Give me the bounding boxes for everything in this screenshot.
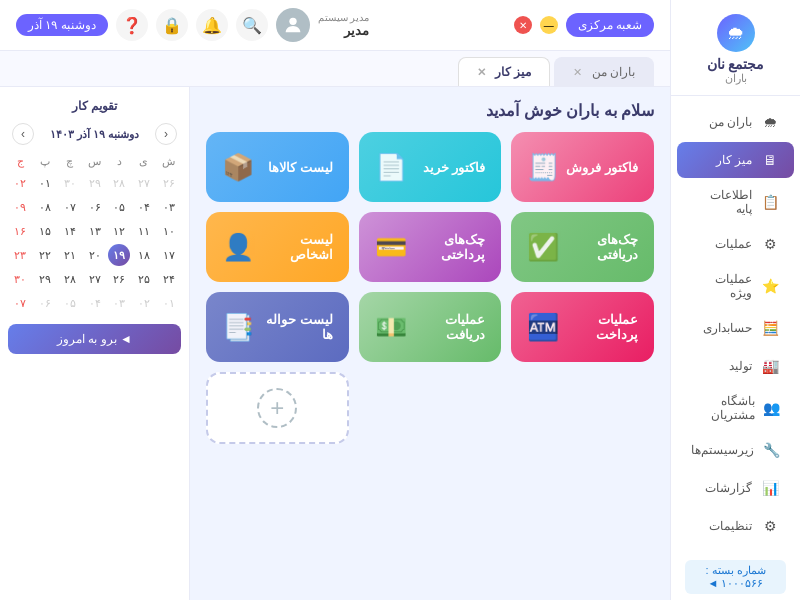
cal-day[interactable]: ۲۰ (84, 244, 106, 266)
sidebar-label-base: اطلاعات پایه (691, 188, 752, 216)
card-persons-list[interactable]: لیست اشخاص 👤 (206, 212, 349, 282)
cal-day[interactable]: ۲۲ (34, 244, 56, 266)
sidebar-label-accounting: حسابداری (703, 321, 752, 335)
cal-day[interactable]: ۱۴ (59, 220, 81, 242)
cal-day[interactable]: ۰۳ (108, 292, 130, 314)
card-payment-checks[interactable]: چک‌های پرداختی 💳 (359, 212, 502, 282)
sidebar-item-production[interactable]: 🏭 تولید (677, 348, 794, 384)
cal-next-button[interactable]: ‹ (155, 123, 177, 145)
cal-day[interactable]: ۰۵ (59, 292, 81, 314)
sidebar-label-subsystem: زیرسیستم‌ها (691, 443, 754, 457)
close-button[interactable]: ✕ (514, 16, 532, 34)
help-button[interactable]: ❓ (116, 9, 148, 41)
cal-day[interactable]: ۰۲ (133, 292, 155, 314)
cal-day[interactable]: ۳۰ (9, 268, 31, 290)
cal-day[interactable]: ۱۳ (84, 220, 106, 242)
sidebar-item-desk[interactable]: 🖥 میز کار (677, 142, 794, 178)
cal-day[interactable]: ۰۱ (34, 172, 56, 194)
sidebar-label-baran: باران من (709, 115, 752, 129)
card-receipt-ops[interactable]: عملیات دریافت 💵 (359, 292, 502, 362)
cal-header-ch: چ (57, 155, 82, 168)
cal-day[interactable]: ۰۴ (84, 292, 106, 314)
calendar-panel: تقویم کار ‹ دوشنبه ۱۹ آذر ۱۴۰۳ › ش ی د س… (0, 87, 190, 600)
search-button[interactable]: 🔍 (236, 9, 268, 41)
cal-day[interactable]: ۲۷ (84, 268, 106, 290)
cal-day[interactable]: ۰۶ (34, 292, 56, 314)
cal-week-6: ۰۱ ۰۲ ۰۳ ۰۴ ۰۵ ۰۶ ۰۷ (8, 292, 181, 314)
tab-baran-close[interactable]: ✕ (573, 66, 582, 78)
tab-baran[interactable]: باران من ✕ (554, 57, 654, 86)
card-vouchers-list[interactable]: لیست حواله ها 📑 (206, 292, 349, 362)
card-product-list[interactable]: لیست کالاها 📦 (206, 132, 349, 202)
cal-day[interactable]: ۲۶ (108, 268, 130, 290)
cal-day[interactable]: ۲۱ (59, 244, 81, 266)
help-icon: ❓ (122, 16, 142, 35)
cal-day[interactable]: ۰۱ (158, 292, 180, 314)
sidebar-item-base[interactable]: 📋 اطلاعات پایه (677, 180, 794, 224)
cal-prev-button[interactable]: › (12, 123, 34, 145)
cal-day[interactable]: ۰۵ (108, 196, 130, 218)
card-sales-invoice-label: فاکتور فروش (566, 160, 638, 175)
branch-badge[interactable]: شعبه مرکزی (566, 13, 654, 37)
club-icon: 👥 (763, 398, 780, 418)
card-sales-invoice[interactable]: فاکتور فروش 🧾 (511, 132, 654, 202)
sidebar-item-accounting[interactable]: 🧮 حسابداری (677, 310, 794, 346)
cal-day[interactable]: ۲۸ (108, 172, 130, 194)
sidebar-item-reports[interactable]: 📊 گزارشات (677, 470, 794, 506)
sidebar-item-baran[interactable]: 🌧 باران من (677, 104, 794, 140)
card-received-checks[interactable]: چک‌های دریافتی ✅ (511, 212, 654, 282)
sidebar-footer: شماره بسته : ۱۰۰۰۵۶۶ ◄ باران 🌧 نسخه ۴.۶۰… (671, 552, 800, 600)
cal-day[interactable]: ۱۰ (158, 220, 180, 242)
lock-icon: 🔒 (162, 16, 182, 35)
cal-day[interactable]: ۱۷ (158, 244, 180, 266)
cal-day[interactable]: ۱۲ (108, 220, 130, 242)
lock-button[interactable]: 🔒 (156, 9, 188, 41)
cal-day[interactable]: ۲۶ (158, 172, 180, 194)
tabs-bar: باران من ✕ میز کار ✕ (0, 51, 670, 87)
cal-day[interactable]: ۰۹ (9, 196, 31, 218)
cal-day[interactable]: ۰۴ (133, 196, 155, 218)
cal-day[interactable]: ۲۹ (84, 172, 106, 194)
cal-header-j: ج (8, 155, 33, 168)
cal-day[interactable]: ۲۴ (158, 268, 180, 290)
tab-desk-close[interactable]: ✕ (477, 66, 486, 78)
sidebar-item-settings[interactable]: ⚙ تنظیمات (677, 508, 794, 544)
sidebar-label-club: باشگاه مشتریان (691, 394, 755, 422)
cal-day[interactable]: ۱۶ (9, 220, 31, 242)
cal-day[interactable]: ۰۶ (84, 196, 106, 218)
cal-day[interactable]: ۱۱ (133, 220, 155, 242)
cal-day[interactable]: ۱۵ (34, 220, 56, 242)
minimize-button[interactable]: — (540, 16, 558, 34)
cal-day[interactable]: ۰۸ (34, 196, 56, 218)
cal-day[interactable]: ۳۰ (59, 172, 81, 194)
cal-day[interactable]: ۲۸ (59, 268, 81, 290)
card-purchase-invoice[interactable]: فاکتور خرید 📄 (359, 132, 502, 202)
cal-day[interactable]: ۲۹ (34, 268, 56, 290)
sidebar-item-club[interactable]: 👥 باشگاه مشتریان (677, 386, 794, 430)
today-button[interactable]: ◄ برو به امروز (8, 324, 181, 354)
sidebar-item-special[interactable]: ⭐ عملیات ویژه (677, 264, 794, 308)
card-payment-ops[interactable]: عملیات پرداخت 🏧 (511, 292, 654, 362)
card-payment-ops-icon: 🏧 (527, 312, 559, 343)
cal-day[interactable]: ۲۵ (133, 268, 155, 290)
card-add[interactable]: + (206, 372, 349, 444)
cal-week-3: ۱۰ ۱۱ ۱۲ ۱۳ ۱۴ ۱۵ ۱۶ (8, 220, 181, 242)
cal-day[interactable]: ۰۷ (9, 292, 31, 314)
package-badge[interactable]: شماره بسته : ۱۰۰۰۵۶۶ ◄ (685, 560, 786, 594)
sidebar-item-ops[interactable]: ⚙ عملیات (677, 226, 794, 262)
card-persons-list-label: لیست اشخاص (254, 232, 333, 262)
cal-header-row: ش ی د س چ پ ج (8, 155, 181, 168)
sidebar: 🌧 مجتمع نان باران 🌧 باران من 🖥 میز کار 📋… (670, 0, 800, 600)
cal-day[interactable]: ۰۳ (158, 196, 180, 218)
tab-desk[interactable]: میز کار ✕ (458, 57, 551, 86)
cal-day[interactable]: ۰۲ (9, 172, 31, 194)
sidebar-item-subsystem[interactable]: 🔧 زیرسیستم‌ها (677, 432, 794, 468)
cal-day[interactable]: ۱۸ (133, 244, 155, 266)
cal-day[interactable]: ۲۳ (9, 244, 31, 266)
notification-button[interactable]: 🔔 (196, 9, 228, 41)
settings-icon: ⚙ (760, 516, 780, 536)
user-role: مدیر سیستم (318, 12, 370, 23)
cal-day[interactable]: ۰۷ (59, 196, 81, 218)
cal-today[interactable]: ۱۹ (108, 244, 130, 266)
cal-day[interactable]: ۲۷ (133, 172, 155, 194)
